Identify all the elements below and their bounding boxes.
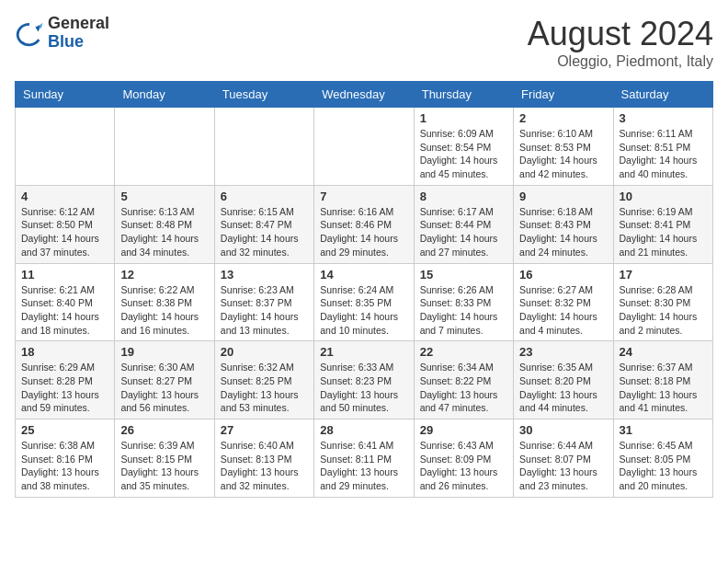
page-header: General Blue August 2024 Oleggio, Piedmo… [15, 15, 713, 70]
day-number: 25 [21, 423, 108, 437]
day-info: Sunrise: 6:28 AMSunset: 8:30 PMDaylight:… [620, 283, 707, 338]
day-info: Sunrise: 6:12 AMSunset: 8:50 PMDaylight:… [21, 205, 108, 259]
day-info: Sunrise: 6:13 AMSunset: 8:48 PMDaylight:… [120, 205, 208, 259]
day-number: 24 [620, 345, 707, 359]
day-number: 31 [620, 423, 707, 437]
day-info: Sunrise: 6:41 AMSunset: 8:11 PMDaylight:… [320, 439, 407, 493]
day-number: 13 [221, 268, 308, 282]
day-info: Sunrise: 6:19 AMSunset: 8:41 PMDaylight:… [620, 205, 707, 259]
calendar-cell [214, 108, 313, 186]
day-info: Sunrise: 6:18 AMSunset: 8:43 PMDaylight:… [519, 205, 607, 259]
weekday-header-friday: Friday [514, 82, 613, 108]
calendar-cell: 12Sunrise: 6:22 AMSunset: 8:38 PMDayligh… [115, 263, 214, 341]
day-number: 28 [320, 423, 407, 437]
day-info: Sunrise: 6:38 AMSunset: 8:16 PMDaylight:… [21, 439, 108, 493]
day-number: 7 [320, 190, 407, 203]
day-number: 10 [620, 190, 707, 203]
weekday-header-thursday: Thursday [414, 82, 513, 108]
day-number: 29 [420, 423, 507, 437]
calendar-week-row: 4Sunrise: 6:12 AMSunset: 8:50 PMDaylight… [16, 185, 713, 263]
day-number: 22 [420, 345, 507, 359]
day-number: 1 [420, 111, 507, 125]
calendar-cell: 23Sunrise: 6:35 AMSunset: 8:20 PMDayligh… [514, 341, 613, 419]
day-info: Sunrise: 6:44 AMSunset: 8:07 PMDaylight:… [519, 439, 607, 493]
calendar-cell: 27Sunrise: 6:40 AMSunset: 8:13 PMDayligh… [214, 419, 313, 498]
day-info: Sunrise: 6:17 AMSunset: 8:44 PMDaylight:… [420, 205, 507, 259]
day-number: 15 [420, 268, 507, 282]
calendar-cell: 9Sunrise: 6:18 AMSunset: 8:43 PMDaylight… [514, 185, 613, 263]
calendar-cell: 8Sunrise: 6:17 AMSunset: 8:44 PMDaylight… [414, 185, 513, 263]
logo-general-text: General [48, 14, 109, 32]
calendar-cell: 16Sunrise: 6:27 AMSunset: 8:32 PMDayligh… [514, 263, 613, 341]
day-info: Sunrise: 6:33 AMSunset: 8:23 PMDaylight:… [320, 361, 407, 415]
day-number: 17 [620, 268, 707, 282]
calendar-cell: 3Sunrise: 6:11 AMSunset: 8:51 PMDaylight… [613, 108, 712, 186]
day-info: Sunrise: 6:29 AMSunset: 8:28 PMDaylight:… [21, 361, 108, 415]
day-info: Sunrise: 6:30 AMSunset: 8:27 PMDaylight:… [120, 361, 208, 415]
calendar-cell: 30Sunrise: 6:44 AMSunset: 8:07 PMDayligh… [514, 419, 613, 498]
day-number: 23 [519, 345, 607, 359]
weekday-header-tuesday: Tuesday [214, 82, 313, 108]
calendar-cell: 11Sunrise: 6:21 AMSunset: 8:40 PMDayligh… [16, 263, 115, 341]
calendar-cell [16, 108, 115, 186]
calendar-cell: 18Sunrise: 6:29 AMSunset: 8:28 PMDayligh… [16, 341, 115, 419]
calendar-cell: 20Sunrise: 6:32 AMSunset: 8:25 PMDayligh… [214, 341, 313, 419]
day-number: 4 [21, 190, 108, 203]
calendar-cell: 4Sunrise: 6:12 AMSunset: 8:50 PMDaylight… [16, 185, 115, 263]
day-number: 5 [120, 190, 208, 203]
calendar-cell: 29Sunrise: 6:43 AMSunset: 8:09 PMDayligh… [414, 419, 513, 498]
calendar-cell: 13Sunrise: 6:23 AMSunset: 8:37 PMDayligh… [214, 263, 313, 341]
day-info: Sunrise: 6:43 AMSunset: 8:09 PMDaylight:… [420, 439, 507, 493]
day-number: 27 [221, 423, 308, 437]
calendar-cell: 19Sunrise: 6:30 AMSunset: 8:27 PMDayligh… [115, 341, 214, 419]
weekday-header-saturday: Saturday [613, 82, 712, 108]
day-info: Sunrise: 6:32 AMSunset: 8:25 PMDaylight:… [221, 361, 308, 415]
calendar-cell: 17Sunrise: 6:28 AMSunset: 8:30 PMDayligh… [613, 263, 712, 341]
month-title: August 2024 [528, 15, 713, 53]
calendar-cell [115, 108, 214, 186]
day-number: 30 [519, 423, 607, 437]
day-number: 14 [320, 268, 407, 282]
day-info: Sunrise: 6:45 AMSunset: 8:05 PMDaylight:… [620, 439, 707, 493]
calendar-week-row: 11Sunrise: 6:21 AMSunset: 8:40 PMDayligh… [16, 263, 713, 341]
calendar-cell: 31Sunrise: 6:45 AMSunset: 8:05 PMDayligh… [613, 419, 712, 498]
day-info: Sunrise: 6:24 AMSunset: 8:35 PMDaylight:… [320, 283, 407, 338]
day-number: 16 [519, 268, 607, 282]
day-info: Sunrise: 6:34 AMSunset: 8:22 PMDaylight:… [420, 361, 507, 415]
weekday-header-wednesday: Wednesday [314, 82, 414, 108]
calendar-cell: 24Sunrise: 6:37 AMSunset: 8:18 PMDayligh… [613, 341, 712, 419]
logo-blue-text: Blue [48, 32, 84, 51]
location: Oleggio, Piedmont, Italy [528, 53, 713, 70]
day-number: 9 [519, 190, 607, 203]
day-number: 18 [21, 345, 108, 359]
day-info: Sunrise: 6:15 AMSunset: 8:47 PMDaylight:… [221, 205, 308, 259]
day-number: 6 [221, 190, 308, 203]
day-number: 11 [21, 268, 108, 282]
day-number: 20 [221, 345, 308, 359]
calendar-cell: 14Sunrise: 6:24 AMSunset: 8:35 PMDayligh… [314, 263, 414, 341]
calendar-cell: 22Sunrise: 6:34 AMSunset: 8:22 PMDayligh… [414, 341, 513, 419]
calendar-cell: 5Sunrise: 6:13 AMSunset: 8:48 PMDaylight… [115, 185, 214, 263]
day-number: 26 [120, 423, 208, 437]
day-info: Sunrise: 6:23 AMSunset: 8:37 PMDaylight:… [221, 283, 308, 338]
calendar-cell: 21Sunrise: 6:33 AMSunset: 8:23 PMDayligh… [314, 341, 414, 419]
weekday-header-monday: Monday [115, 82, 214, 108]
calendar-cell: 7Sunrise: 6:16 AMSunset: 8:46 PMDaylight… [314, 185, 414, 263]
day-info: Sunrise: 6:37 AMSunset: 8:18 PMDaylight:… [620, 361, 707, 415]
logo-icon [15, 18, 44, 48]
calendar-cell: 1Sunrise: 6:09 AMSunset: 8:54 PMDaylight… [414, 108, 513, 186]
calendar-table: SundayMondayTuesdayWednesdayThursdayFrid… [15, 81, 713, 498]
calendar-cell: 25Sunrise: 6:38 AMSunset: 8:16 PMDayligh… [16, 419, 115, 498]
day-number: 3 [620, 111, 707, 125]
day-info: Sunrise: 6:27 AMSunset: 8:32 PMDaylight:… [519, 283, 607, 338]
calendar-cell [314, 108, 414, 186]
day-number: 12 [120, 268, 208, 282]
weekday-header-row: SundayMondayTuesdayWednesdayThursdayFrid… [16, 82, 713, 108]
calendar-week-row: 18Sunrise: 6:29 AMSunset: 8:28 PMDayligh… [16, 341, 713, 419]
calendar-cell: 10Sunrise: 6:19 AMSunset: 8:41 PMDayligh… [613, 185, 712, 263]
day-number: 21 [320, 345, 407, 359]
day-info: Sunrise: 6:22 AMSunset: 8:38 PMDaylight:… [120, 283, 208, 338]
day-info: Sunrise: 6:10 AMSunset: 8:53 PMDaylight:… [519, 127, 607, 181]
day-number: 19 [120, 345, 208, 359]
day-number: 8 [420, 190, 507, 203]
